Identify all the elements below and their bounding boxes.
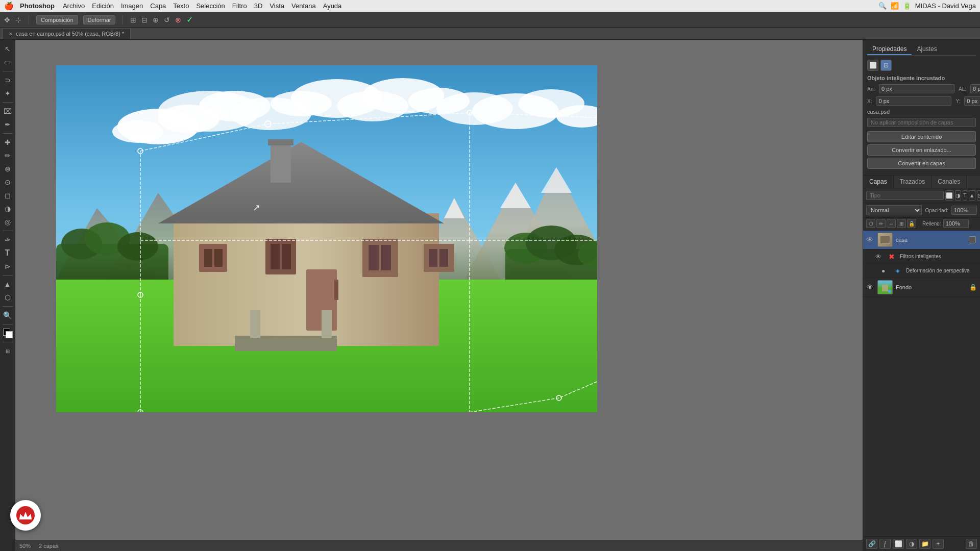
tool-history[interactable]: ⊙ <box>2 176 14 188</box>
convert-linked-button[interactable]: Convertir en enlazado... <box>867 144 976 156</box>
menu-capa[interactable]: Capa <box>150 2 166 10</box>
tool-blur[interactable]: ◎ <box>2 216 14 228</box>
tool-gradient[interactable]: ◑ <box>2 203 14 215</box>
tool-move[interactable]: ↖ <box>2 43 14 55</box>
composition-input[interactable] <box>867 118 976 127</box>
fill-field[interactable] <box>943 219 969 228</box>
anchor-icon[interactable]: ⊕ <box>153 16 159 24</box>
tool-clone[interactable]: ⊛ <box>2 163 14 175</box>
layer-vis-casa[interactable]: 👁 <box>866 236 874 244</box>
menu-archivo[interactable]: Archivo <box>63 2 85 10</box>
add-style-btn[interactable]: ƒ <box>879 539 891 549</box>
layer-name-deformacion: Deformación de perspectiva <box>906 268 970 273</box>
midas-logo[interactable] <box>10 500 41 531</box>
layer-filter-smart[interactable]: ⊡ <box>977 190 980 201</box>
new-group-btn[interactable]: 📁 <box>919 539 930 549</box>
lock-transparent-btn[interactable]: ⬡ <box>866 219 875 228</box>
add-mask-btn[interactable]: ⬜ <box>893 539 904 549</box>
new-layer-btn[interactable]: + <box>933 539 944 549</box>
tab-propiedades[interactable]: Propiedades <box>867 44 912 55</box>
opacity-field[interactable] <box>951 206 977 215</box>
svg-rect-42 <box>271 244 280 269</box>
an-field[interactable] <box>879 84 954 93</box>
link-layers-btn[interactable]: 🔗 <box>866 539 877 549</box>
apple-menu[interactable]: 🍎 <box>4 2 14 11</box>
menu-filtro[interactable]: Filtro <box>232 2 247 10</box>
cancel-transform-icon[interactable]: ⊗ <box>175 16 181 24</box>
lock-artboard-btn[interactable]: ⊞ <box>897 219 906 228</box>
add-adjustment-btn[interactable]: ◑ <box>906 539 917 549</box>
layer-filter-type[interactable]: T <box>963 190 967 201</box>
tab-canales[interactable]: Canales <box>932 176 967 188</box>
blend-mode-select[interactable]: Normal <box>866 205 922 215</box>
tab-trazados[interactable]: Trazados <box>894 176 932 188</box>
edit-content-button[interactable]: Editar contenido <box>867 131 976 142</box>
lock-pixels-btn[interactable]: ✏ <box>876 219 886 228</box>
menu-imagen[interactable]: Imagen <box>121 2 143 10</box>
layer-vis-filtros[interactable]: 👁 <box>875 253 884 260</box>
tool-extras[interactable]: ⊞ <box>2 345 14 357</box>
lock-position-btn[interactable]: ↔ <box>887 219 896 228</box>
tool-pen[interactable]: ✑ <box>2 234 14 246</box>
layer-item-deformacion[interactable]: ● ◈ Deformación de perspectiva <box>863 264 980 278</box>
search-icon[interactable]: 🔍 <box>878 2 887 10</box>
layer-item-filtros[interactable]: 👁 ✖ Filtros inteligentes <box>863 249 980 264</box>
menu-ventana[interactable]: Ventana <box>291 2 316 10</box>
midas-inner <box>16 506 35 524</box>
tool-crop[interactable]: ⌧ <box>2 105 14 117</box>
al-field[interactable] <box>970 84 980 93</box>
layer-filter-adj[interactable]: ◑ <box>955 190 961 201</box>
convert-layers-button[interactable]: Convertir en capas <box>867 158 976 169</box>
layer-vis-deformacion[interactable]: ● <box>881 267 890 274</box>
tool-eyedropper[interactable]: ✒ <box>2 118 14 131</box>
props-icon-smart[interactable]: ⊡ <box>880 60 892 71</box>
tool-zoom[interactable]: 🔍 <box>2 309 14 321</box>
tool-text[interactable]: T <box>2 247 14 259</box>
tool-3d[interactable]: ⬡ <box>2 291 14 304</box>
x-label: X: <box>867 98 872 104</box>
menu-ayuda[interactable]: Ayuda <box>323 2 342 10</box>
deformar-button[interactable]: Deformar <box>83 15 116 24</box>
y-field[interactable] <box>964 96 980 106</box>
layer-item-casa[interactable]: 👁 casa <box>863 231 980 249</box>
layer-lock-fondo: 🔒 <box>969 284 977 291</box>
svg-rect-49 <box>439 249 448 267</box>
tool-eraser[interactable]: ◻ <box>2 189 14 202</box>
layer-filter-shape[interactable]: ▲ <box>969 190 975 201</box>
tool-shape[interactable]: ▲ <box>2 278 14 290</box>
layer-filter-pixel[interactable]: ⬜ <box>945 190 953 201</box>
layer-search[interactable] <box>866 191 944 200</box>
tool-heal[interactable]: ✚ <box>2 136 14 148</box>
tool-brush[interactable]: ✏ <box>2 149 14 162</box>
composicion-button[interactable]: Composición <box>36 15 78 24</box>
menu-3d[interactable]: 3D <box>254 2 263 10</box>
layer-item-fondo[interactable]: 👁 Fondo 🔒 <box>863 278 980 297</box>
menu-vista[interactable]: Vista <box>270 2 284 10</box>
layer-vis-fondo[interactable]: 👁 <box>866 283 874 291</box>
tool-path-select[interactable]: ⊳ <box>2 260 14 272</box>
tab-capas[interactable]: Capas <box>863 176 894 188</box>
lock-all-btn[interactable]: 🔒 <box>907 219 916 228</box>
menu-bar: 🍎 Photoshop Archivo Edición Imagen Capa … <box>0 0 980 12</box>
tool-magic-wand[interactable]: ✦ <box>2 87 14 99</box>
grid2-icon[interactable]: ⊟ <box>141 16 148 24</box>
reset-icon[interactable]: ↺ <box>164 16 170 24</box>
foreground-color[interactable] <box>2 327 14 339</box>
menu-edicion[interactable]: Edición <box>92 2 114 10</box>
props-icon-pixel[interactable]: ⬜ <box>867 60 878 71</box>
menu-seleccion[interactable]: Selección <box>196 2 225 10</box>
tool-separator-4 <box>3 231 13 231</box>
x-field[interactable] <box>876 96 951 106</box>
document-tab[interactable]: ✕ casa en campo.psd al 50% (casa, RGB/8)… <box>2 28 131 39</box>
delete-layer-btn[interactable]: 🗑 <box>966 539 977 549</box>
svg-rect-54 <box>322 310 332 338</box>
grid-icon[interactable]: ⊞ <box>130 16 136 24</box>
tool-selection[interactable]: ▭ <box>2 56 14 68</box>
tab-ajustes[interactable]: Ajustes <box>912 44 942 55</box>
menu-texto[interactable]: Texto <box>173 2 189 10</box>
tool-lasso[interactable]: ⊃ <box>2 74 14 86</box>
confirm-transform-icon[interactable]: ✓ <box>186 15 193 24</box>
props-an-row: An: AL: <box>867 84 976 93</box>
svg-rect-39 <box>204 249 212 267</box>
tab-close[interactable]: ✕ <box>9 31 13 37</box>
